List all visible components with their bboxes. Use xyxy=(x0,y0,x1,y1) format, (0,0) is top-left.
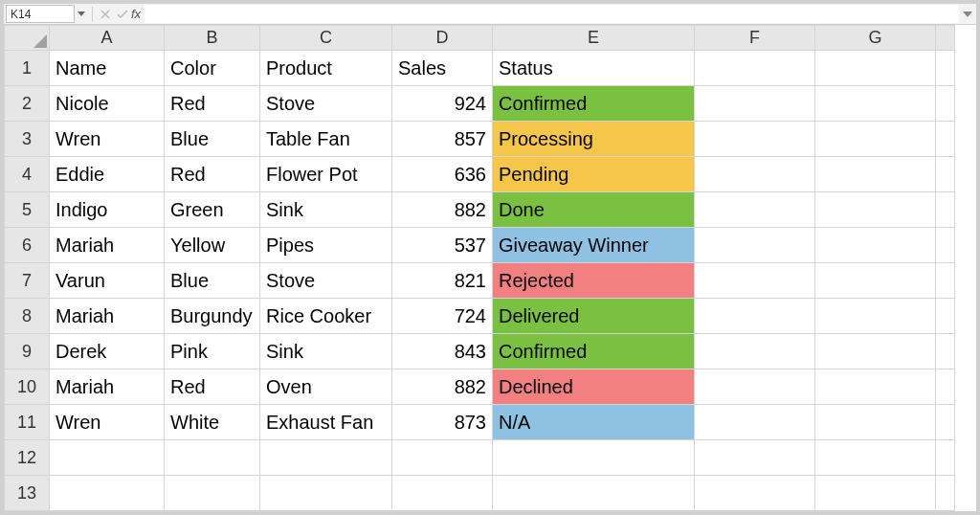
cell-A4[interactable]: Eddie xyxy=(50,157,165,192)
cell[interactable] xyxy=(50,440,165,476)
cell-E9[interactable]: Confirmed xyxy=(493,334,695,369)
cell-E2[interactable]: Confirmed xyxy=(493,86,695,122)
cell-A3[interactable]: Wren xyxy=(50,122,165,157)
cell[interactable] xyxy=(936,157,955,192)
row-header-4[interactable]: 4 xyxy=(5,157,50,192)
cell-B10[interactable]: Red xyxy=(165,369,260,405)
col-header-B[interactable]: B xyxy=(165,26,260,51)
cell[interactable] xyxy=(815,228,936,263)
row-header-2[interactable]: 2 xyxy=(5,86,50,122)
cell[interactable] xyxy=(695,476,815,511)
cell[interactable] xyxy=(493,440,695,476)
cell[interactable] xyxy=(815,263,936,299)
cell[interactable] xyxy=(815,299,936,334)
cell-B2[interactable]: Red xyxy=(165,86,260,122)
cell[interactable] xyxy=(695,440,815,476)
cell-D5[interactable]: 882 xyxy=(392,192,493,228)
row-header-13[interactable]: 13 xyxy=(5,476,50,511)
cell-A1[interactable]: Name xyxy=(50,51,165,86)
col-header-F[interactable]: F xyxy=(695,26,815,51)
cell-D8[interactable]: 724 xyxy=(392,299,493,334)
cell-C3[interactable]: Table Fan xyxy=(260,122,392,157)
formula-input[interactable] xyxy=(145,5,959,23)
row-header-3[interactable]: 3 xyxy=(5,122,50,157)
cell-B7[interactable]: Blue xyxy=(165,263,260,299)
cell[interactable] xyxy=(695,369,815,405)
cell-C1[interactable]: Product xyxy=(260,51,392,86)
cell-C10[interactable]: Oven xyxy=(260,369,392,405)
cell[interactable] xyxy=(695,263,815,299)
cell-B9[interactable]: Pink xyxy=(165,334,260,369)
cell-D2[interactable]: 924 xyxy=(392,86,493,122)
cell[interactable] xyxy=(165,440,260,476)
cell[interactable] xyxy=(936,299,955,334)
cell-B1[interactable]: Color xyxy=(165,51,260,86)
cell[interactable] xyxy=(936,192,955,228)
cell[interactable] xyxy=(815,157,936,192)
cell-A9[interactable]: Derek xyxy=(50,334,165,369)
cell-E5[interactable]: Done xyxy=(493,192,695,228)
cancel-icon[interactable] xyxy=(97,10,114,19)
cell-A11[interactable]: Wren xyxy=(50,405,165,440)
cell-E3[interactable]: Processing xyxy=(493,122,695,157)
cell[interactable] xyxy=(493,476,695,511)
confirm-icon[interactable] xyxy=(114,10,131,19)
select-all-corner[interactable] xyxy=(5,26,50,51)
cell[interactable] xyxy=(936,405,955,440)
cell[interactable] xyxy=(260,476,392,511)
cell[interactable] xyxy=(815,334,936,369)
cell[interactable] xyxy=(815,405,936,440)
cell-E11[interactable]: N/A xyxy=(493,405,695,440)
row-header-12[interactable]: 12 xyxy=(5,440,50,476)
col-header-A[interactable]: A xyxy=(50,26,165,51)
cell[interactable] xyxy=(695,299,815,334)
cell[interactable] xyxy=(936,86,955,122)
cell-D4[interactable]: 636 xyxy=(392,157,493,192)
cell[interactable] xyxy=(695,157,815,192)
cell-C6[interactable]: Pipes xyxy=(260,228,392,263)
cell-C2[interactable]: Stove xyxy=(260,86,392,122)
cell-B4[interactable]: Red xyxy=(165,157,260,192)
cell-A7[interactable]: Varun xyxy=(50,263,165,299)
cell[interactable] xyxy=(50,476,165,511)
cell-E6[interactable]: Giveaway Winner xyxy=(493,228,695,263)
cell-E1[interactable]: Status xyxy=(493,51,695,86)
cell-B11[interactable]: White xyxy=(165,405,260,440)
cell[interactable] xyxy=(815,86,936,122)
col-header-G[interactable]: G xyxy=(815,26,936,51)
cell[interactable] xyxy=(936,228,955,263)
cell[interactable] xyxy=(695,228,815,263)
row-header-7[interactable]: 7 xyxy=(5,263,50,299)
cell[interactable] xyxy=(695,334,815,369)
col-header-C[interactable]: C xyxy=(260,26,392,51)
cell[interactable] xyxy=(815,192,936,228)
cell-B8[interactable]: Burgundy xyxy=(165,299,260,334)
cell-D3[interactable]: 857 xyxy=(392,122,493,157)
cell-C11[interactable]: Exhaust Fan xyxy=(260,405,392,440)
row-header-11[interactable]: 11 xyxy=(5,405,50,440)
cell-D9[interactable]: 843 xyxy=(392,334,493,369)
row-header-8[interactable]: 8 xyxy=(5,299,50,334)
cell-C8[interactable]: Rice Cooker xyxy=(260,299,392,334)
cell-B5[interactable]: Green xyxy=(165,192,260,228)
cell-E10[interactable]: Declined xyxy=(493,369,695,405)
col-header-E[interactable]: E xyxy=(493,26,695,51)
cell-A6[interactable]: Mariah xyxy=(50,228,165,263)
cell-G1[interactable] xyxy=(815,51,936,86)
cell[interactable] xyxy=(695,122,815,157)
cell[interactable] xyxy=(260,440,392,476)
cell-C4[interactable]: Flower Pot xyxy=(260,157,392,192)
spreadsheet-grid[interactable]: A B C D E F G 1 Name Color Product Sales… xyxy=(4,25,976,511)
cell-E8[interactable]: Delivered xyxy=(493,299,695,334)
cell[interactable] xyxy=(695,405,815,440)
cell-F1[interactable] xyxy=(695,51,815,86)
cell[interactable] xyxy=(936,122,955,157)
cell[interactable] xyxy=(936,440,955,476)
cell[interactable] xyxy=(815,476,936,511)
cell-E4[interactable]: Pending xyxy=(493,157,695,192)
cell[interactable] xyxy=(936,334,955,369)
cell[interactable] xyxy=(815,369,936,405)
cell[interactable] xyxy=(695,86,815,122)
cell-D10[interactable]: 882 xyxy=(392,369,493,405)
cell-D6[interactable]: 537 xyxy=(392,228,493,263)
